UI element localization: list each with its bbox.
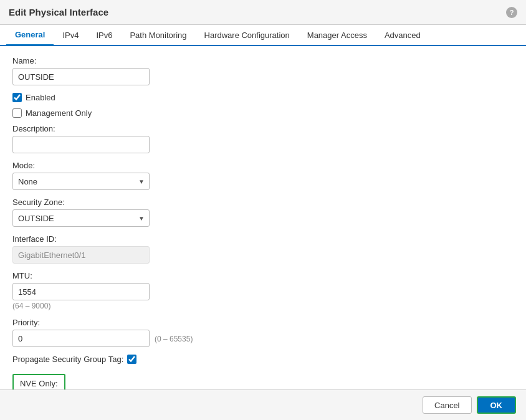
mtu-input[interactable]: [12, 283, 150, 300]
tab-path-monitoring[interactable]: Path Monitoring: [121, 25, 195, 45]
security-zone-label: Security Zone:: [12, 198, 514, 207]
propagate-label: Propagate Security Group Tag:: [12, 355, 123, 364]
description-group: Description:: [12, 124, 514, 153]
footer: Cancel OK: [0, 389, 526, 420]
dialog: Edit Physical Interface ? General IPv4 I…: [0, 0, 526, 420]
management-only-label[interactable]: Management Only: [26, 108, 92, 118]
description-label: Description:: [12, 124, 514, 133]
tabs-bar: General IPv4 IPv6 Path Monitoring Hardwa…: [0, 25, 526, 46]
name-label: Name:: [12, 56, 514, 65]
priority-group: Priority: (0 – 65535): [12, 318, 514, 347]
mode-label: Mode:: [12, 161, 514, 170]
interface-id-input: [12, 246, 150, 264]
tab-general[interactable]: General: [6, 25, 54, 46]
security-zone-select-wrapper: OUTSIDE INSIDE DMZ ▼: [12, 209, 150, 227]
enabled-label[interactable]: Enabled: [26, 93, 55, 102]
propagate-checkbox[interactable]: [127, 355, 136, 364]
nve-section: NVE Only:: [12, 374, 65, 389]
mode-select[interactable]: None Passive Inline Tap Inline Set Erspa…: [12, 173, 150, 190]
management-only-row: Management Only: [12, 108, 514, 118]
mode-group: Mode: None Passive Inline Tap Inline Set…: [12, 161, 514, 190]
name-input[interactable]: [12, 68, 150, 85]
ok-button[interactable]: OK: [477, 396, 517, 414]
mtu-group: MTU: (64 – 9000): [12, 271, 514, 310]
tab-advanced[interactable]: Advanced: [376, 25, 429, 45]
name-group: Name:: [12, 56, 514, 85]
mtu-hint: (64 – 9000): [12, 302, 514, 310]
cancel-button[interactable]: Cancel: [423, 396, 471, 414]
mtu-label: MTU:: [12, 271, 514, 280]
management-only-checkbox[interactable]: [12, 108, 22, 118]
priority-input[interactable]: [12, 330, 150, 347]
tab-hardware-configuration[interactable]: Hardware Configuration: [196, 25, 299, 45]
security-zone-group: Security Zone: OUTSIDE INSIDE DMZ ▼: [12, 198, 514, 227]
dialog-header: Edit Physical Interface ?: [0, 0, 526, 25]
priority-hint: (0 – 65535): [155, 335, 193, 343]
tab-manager-access[interactable]: Manager Access: [299, 25, 376, 45]
interface-id-group: Interface ID:: [12, 234, 514, 264]
mode-select-wrapper: None Passive Inline Tap Inline Set Erspa…: [12, 173, 150, 190]
description-input[interactable]: [12, 136, 150, 153]
tab-ipv4[interactable]: IPv4: [54, 25, 87, 45]
propagate-row: Propagate Security Group Tag:: [12, 355, 514, 364]
tab-ipv6[interactable]: IPv6: [87, 25, 121, 45]
enabled-row: Enabled: [12, 93, 514, 102]
priority-label: Priority:: [12, 318, 514, 327]
security-zone-select[interactable]: OUTSIDE INSIDE DMZ: [12, 209, 150, 227]
nve-only-label: NVE Only:: [20, 379, 58, 388]
form-content: Name: Enabled Management Only Descriptio…: [0, 46, 526, 389]
enabled-checkbox[interactable]: [12, 93, 22, 102]
help-icon[interactable]: ?: [506, 7, 517, 18]
interface-id-label: Interface ID:: [12, 234, 514, 244]
dialog-title: Edit Physical Interface: [9, 7, 108, 17]
